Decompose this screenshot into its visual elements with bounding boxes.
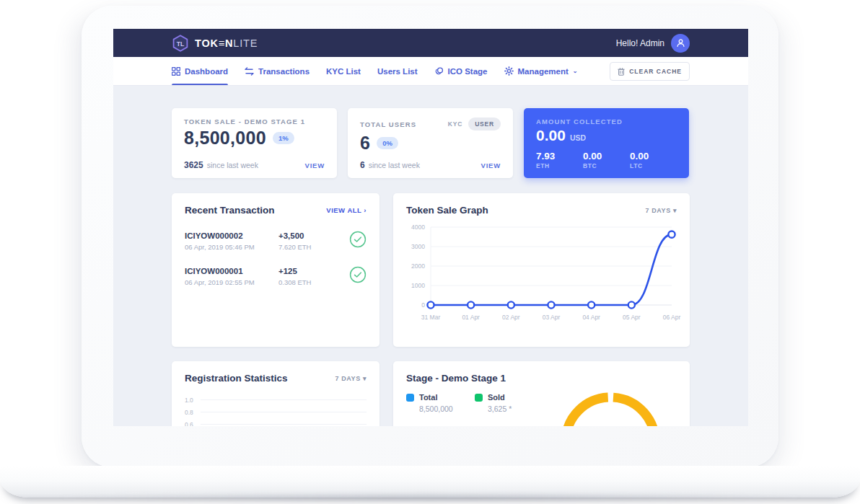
svg-text:05 Apr: 05 Apr [623,314,641,321]
amount-usd-unit: USD [570,133,586,142]
stage-panel: Stage - Demo Stage 1 Total 8,500,000 [393,361,690,426]
middle-row: Recent Transaction VIEW ALL › ICIYOW0000… [172,193,690,347]
amount-unit: BTC [583,162,630,169]
token-sale-badge: 1% [273,132,294,144]
users-value: 6 [360,133,370,154]
nav-label: Users List [377,67,418,76]
panel-title: Token Sale Graph [406,205,488,216]
amount-value: 0.00 [630,151,677,162]
top-navbar: TL TOK≡NLITE Hello! Admin [113,29,748,57]
period-dropdown[interactable]: 7 DAYS ▾ [335,375,367,382]
nav-item-management[interactable]: Management ⌄ [504,57,578,85]
tx-eth: 0.308 ETH [278,278,335,286]
card-title: TOKEN SALE - DEMO STAGE 1 [184,118,325,125]
svg-text:31 Mar: 31 Mar [421,314,441,321]
toggle-kyc[interactable]: KYC [448,120,462,128]
transaction-row[interactable]: ICIYOW000001 06 Apr, 2019 02:55 PM +125 … [185,266,367,286]
gear-icon [504,66,514,76]
transaction-row[interactable]: ICIYOW000002 06 Apr, 2019 05:46 PM +3,50… [185,231,367,251]
chevron-down-icon: ⌄ [573,68,578,74]
tx-date: 06 Apr, 2019 02:55 PM [185,278,278,286]
svg-text:TL: TL [177,40,184,47]
registration-statistics-panel: Registration Statistics 7 DAYS ▾ 1.0 0.8… [172,361,379,426]
brand-name: TOK≡NLITE [195,37,258,49]
panel-title: Recent Transaction [185,205,275,216]
amount-btc: 0.00 BTC [583,151,630,169]
panel-title: Stage - Demo Stage 1 [406,373,506,384]
delta-value: 3625 [184,160,203,170]
brand-hexagon-icon: TL [172,35,189,52]
amount-value: 0.00 [583,151,630,162]
arrow-right-icon: › [364,206,367,214]
amount-ltc: 0.00 LTC [630,151,677,169]
amount-usd-value: 0.00 [536,127,566,144]
svg-text:06 Apr: 06 Apr [663,314,681,321]
toggle-user[interactable]: USER [468,118,501,131]
users-toggle: KYC USER [448,118,501,131]
main-content: TOKEN SALE - DEMO STAGE 1 8,500,000 1% 3… [113,86,748,426]
nav-item-users-list[interactable]: Users List [377,57,418,85]
svg-text:02 Apr: 02 Apr [502,314,520,321]
brand-logo[interactable]: TL TOK≡NLITE [172,35,258,52]
stage-gauge: 8,500,000 TLE [543,393,677,426]
legend-sold: Sold 3,625 * [475,393,543,426]
recent-transactions-panel: Recent Transaction VIEW ALL › ICIYOW0000… [172,193,379,347]
svg-text:4000: 4000 [411,224,425,231]
clear-cache-label: CLEAR CACHE [629,68,682,75]
nav-item-kyc-list[interactable]: KYC List [326,57,361,85]
view-link[interactable]: VIEW [481,162,501,169]
token-sale-card: TOKEN SALE - DEMO STAGE 1 8,500,000 1% 3… [172,108,337,178]
total-users-card: TOTAL USERS KYC USER 6 0% [348,108,513,178]
y-tick: 1.0 [185,397,201,404]
stage-donut-chart [554,384,667,426]
view-all-link[interactable]: VIEW ALL › [326,206,367,214]
amount-value: 7.93 [536,151,583,162]
nav-label: KYC List [326,67,361,76]
grid-icon [172,67,180,76]
token-sale-line-chart: 0100020003000400031 Mar01 Apr02 Apr03 Ap… [406,220,677,327]
active-tab-underline [172,84,228,85]
svg-text:1000: 1000 [411,282,425,289]
amount-collected-card: AMOUNT COLLECTED 0.00 USD 7.93 ETH [524,108,689,178]
clear-cache-button[interactable]: CLEAR CACHE [610,62,690,81]
laptop-shadow [43,493,817,502]
y-tick: 0.8 [185,409,201,416]
legend-label: Sold [488,393,505,402]
svg-text:2000: 2000 [411,262,425,270]
person-icon [676,38,685,48]
legend-total: Total 8,500,000 [406,393,475,426]
tx-status [349,266,367,286]
nav-label: Dashboard [185,67,228,76]
legend-label: Total [419,393,437,402]
users-badge: 0% [377,137,398,149]
svg-text:01 Apr: 01 Apr [462,314,480,321]
svg-text:04 Apr: 04 Apr [582,314,600,321]
tx-status [349,231,367,251]
svg-text:0: 0 [421,301,425,309]
svg-text:03 Apr: 03 Apr [543,314,561,321]
amount-unit: LTC [630,162,677,169]
bottom-row: Registration Statistics 7 DAYS ▾ 1.0 0.8… [172,361,690,426]
token-sale-graph-panel: Token Sale Graph 7 DAYS ▾ 01000200030004… [393,193,690,347]
legend-swatch [475,394,483,402]
legend-swatch [406,394,414,402]
amount-unit: ETH [536,162,583,169]
tx-amount: +3,500 [278,231,335,240]
main-nav: Dashboard Transactions KYC List [113,57,748,86]
dashboard-screen: TL TOK≡NLITE Hello! Admin [113,29,748,426]
caret-down-icon: ▾ [363,375,367,382]
nav-item-dashboard[interactable]: Dashboard [172,57,228,85]
delta-suffix: since last week [369,161,420,169]
card-title: AMOUNT COLLECTED [536,118,677,125]
nav-item-ico-stage[interactable]: ICO Stage [434,57,488,85]
token-sale-value: 8,500,000 [184,128,266,149]
view-link[interactable]: VIEW [305,162,325,169]
period-dropdown[interactable]: 7 DAYS ▾ [645,207,677,214]
tx-eth: 7.620 ETH [278,243,335,251]
user-avatar[interactable] [671,34,690,53]
nav-item-transactions[interactable]: Transactions [245,57,310,85]
tx-id: ICIYOW000001 [185,267,278,275]
nav-label: Transactions [258,67,310,76]
check-circle-icon [349,266,367,283]
tx-id: ICIYOW000002 [185,231,278,240]
